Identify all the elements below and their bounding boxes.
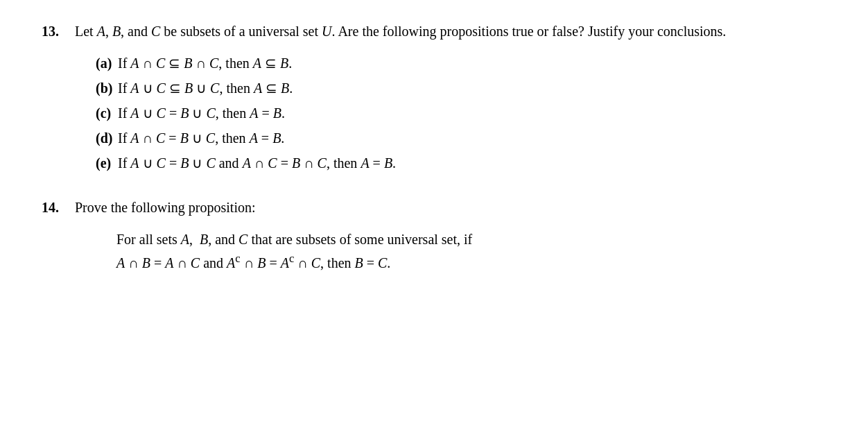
problem-13b-content: If A ∪ C ⊆ B ∪ C, then A ⊆ B. xyxy=(118,78,826,98)
problem-14: 14. Prove the following proposition: For… xyxy=(42,197,826,273)
problem-13a: (a) If A ∩ C ⊆ B ∩ C, then A ⊆ B. xyxy=(96,53,826,74)
problem-13-intro: Let A, B, and C be subsets of a universa… xyxy=(75,21,826,42)
problem-13d: (d) If A ∩ C = B ∪ C, then A = B. xyxy=(96,128,826,148)
problem-13: 13. Let A, B, and C be subsets of a univ… xyxy=(42,21,826,178)
problem-14-body: For all sets A, B, and C that are subset… xyxy=(75,229,826,273)
problem-14-number: 14. xyxy=(42,197,75,273)
problem-13e-label: (e) xyxy=(96,153,118,173)
problem-14-statement: For all sets A, B, and C that are subset… xyxy=(116,229,826,273)
problem-13-subitems: (a) If A ∩ C ⊆ B ∩ C, then A ⊆ B. (b) If… xyxy=(75,53,826,173)
problem-14-content: Prove the following proposition: For all… xyxy=(75,197,826,273)
problem-13e: (e) If A ∪ C = B ∪ C and A ∩ C = B ∩ C, … xyxy=(96,153,826,173)
problem-13d-content: If A ∩ C = B ∪ C, then A = B. xyxy=(118,128,826,148)
problem-13-number: 13. xyxy=(42,21,75,178)
problem-13b: (b) If A ∪ C ⊆ B ∪ C, then A ⊆ B. xyxy=(96,78,826,98)
problem-13d-label: (d) xyxy=(96,128,118,148)
problem-13b-label: (b) xyxy=(96,78,118,98)
problem-14-intro: Prove the following proposition: xyxy=(75,197,826,218)
problem-13-content: Let A, B, and C be subsets of a universa… xyxy=(75,21,826,178)
problem-13e-content: If A ∪ C = B ∪ C and A ∩ C = B ∩ C, then… xyxy=(118,153,826,173)
problem-13a-content: If A ∩ C ⊆ B ∩ C, then A ⊆ B. xyxy=(118,53,826,74)
problem-13a-label: (a) xyxy=(96,53,118,74)
problem-13c-label: (c) xyxy=(96,103,118,123)
problem-13c-content: If A ∪ C = B ∪ C, then A = B. xyxy=(118,103,826,123)
problem-13c: (c) If A ∪ C = B ∪ C, then A = B. xyxy=(96,103,826,123)
